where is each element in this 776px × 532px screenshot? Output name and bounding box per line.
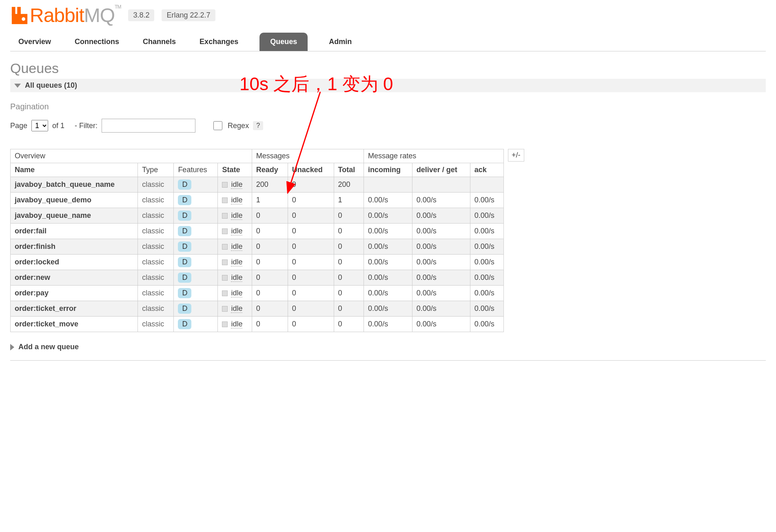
col-total[interactable]: Total bbox=[334, 163, 364, 177]
logo-tm: TM bbox=[115, 4, 121, 10]
queue-deliver: 0.00/s bbox=[412, 224, 470, 239]
tab-connections[interactable]: Connections bbox=[72, 33, 122, 51]
col-incoming[interactable]: incoming bbox=[364, 163, 412, 177]
page-label: Page bbox=[10, 122, 27, 130]
all-queues-toggle[interactable]: All queues (10) bbox=[10, 79, 766, 92]
col-ready[interactable]: Ready bbox=[252, 163, 288, 177]
tab-exchanges[interactable]: Exchanges bbox=[197, 33, 241, 51]
durable-badge: D bbox=[178, 211, 191, 221]
regex-checkbox[interactable] bbox=[213, 121, 222, 130]
logo[interactable]: RabbitMQTM bbox=[10, 4, 121, 27]
queue-deliver: 0.00/s bbox=[412, 286, 470, 301]
queue-features: D bbox=[174, 286, 218, 301]
queue-ready: 0 bbox=[252, 255, 288, 270]
queue-type: classic bbox=[138, 177, 174, 193]
col-state[interactable]: State bbox=[218, 163, 252, 177]
page-title: Queues bbox=[10, 60, 766, 76]
col-ack[interactable]: ack bbox=[470, 163, 503, 177]
queue-name-link[interactable]: order:locked bbox=[11, 255, 138, 270]
queue-incoming bbox=[364, 177, 412, 193]
tab-channels[interactable]: Channels bbox=[140, 33, 178, 51]
queue-deliver: 0.00/s bbox=[412, 317, 470, 332]
logo-text-mq: MQ bbox=[84, 4, 115, 26]
queue-name-link[interactable]: javaboy_queue_name bbox=[11, 208, 138, 224]
queue-state: idle bbox=[218, 270, 252, 286]
queue-incoming: 0.00/s bbox=[364, 193, 412, 208]
queue-unacked: 0 bbox=[288, 301, 334, 317]
queue-state: idle bbox=[218, 224, 252, 239]
durable-badge: D bbox=[178, 195, 191, 205]
col-features[interactable]: Features bbox=[174, 163, 218, 177]
rabbitmq-version: 3.8.2 bbox=[128, 9, 154, 21]
tab-admin[interactable]: Admin bbox=[326, 33, 354, 51]
queue-ready: 200 bbox=[252, 177, 288, 193]
tab-overview[interactable]: Overview bbox=[16, 33, 53, 51]
queue-total: 0 bbox=[334, 239, 364, 255]
queue-deliver: 0.00/s bbox=[412, 270, 470, 286]
table-row: order:newclassicDidle0000.00/s0.00/s0.00… bbox=[11, 270, 504, 286]
table-row: order:lockedclassicDidle0000.00/s0.00/s0… bbox=[11, 255, 504, 270]
filter-input[interactable] bbox=[102, 119, 195, 133]
table-row: order:ticket_errorclassicDidle0000.00/s0… bbox=[11, 301, 504, 317]
queue-ack bbox=[470, 177, 503, 193]
queue-ready: 0 bbox=[252, 224, 288, 239]
queue-features: D bbox=[174, 193, 218, 208]
queue-incoming: 0.00/s bbox=[364, 286, 412, 301]
queue-name-link[interactable]: order:ticket_error bbox=[11, 301, 138, 317]
main-tabs: Overview Connections Channels Exchanges … bbox=[10, 33, 766, 51]
table-row: order:finishclassicDidle0000.00/s0.00/s0… bbox=[11, 239, 504, 255]
queue-total: 0 bbox=[334, 286, 364, 301]
add-queue-label: Add a new queue bbox=[18, 343, 79, 351]
erlang-version: Erlang 22.2.7 bbox=[162, 9, 215, 21]
queue-name-link[interactable]: javaboy_queue_demo bbox=[11, 193, 138, 208]
queue-name-link[interactable]: order:finish bbox=[11, 239, 138, 255]
page-select[interactable]: 1 bbox=[31, 120, 48, 131]
queue-ack: 0.00/s bbox=[470, 208, 503, 224]
queue-features: D bbox=[174, 301, 218, 317]
regex-help[interactable]: ? bbox=[253, 121, 263, 130]
add-queue-toggle[interactable]: Add a new queue bbox=[10, 343, 766, 351]
queue-name-link[interactable]: order:pay bbox=[11, 286, 138, 301]
queue-deliver: 0.00/s bbox=[412, 301, 470, 317]
queue-total: 0 bbox=[334, 270, 364, 286]
durable-badge: D bbox=[178, 242, 191, 252]
table-row: javaboy_queue_nameclassicDidle0000.00/s0… bbox=[11, 208, 504, 224]
col-deliver[interactable]: deliver / get bbox=[412, 163, 470, 177]
queue-ack: 0.00/s bbox=[470, 286, 503, 301]
queue-name-link[interactable]: order:fail bbox=[11, 224, 138, 239]
col-name[interactable]: Name bbox=[11, 163, 138, 177]
pagination-heading: Pagination bbox=[10, 102, 766, 111]
col-unacked[interactable]: Unacked bbox=[288, 163, 334, 177]
queue-ready: 1 bbox=[252, 193, 288, 208]
queue-features: D bbox=[174, 208, 218, 224]
queue-state: idle bbox=[218, 239, 252, 255]
queue-unacked: 0 bbox=[288, 224, 334, 239]
queues-table: Overview Messages Message rates Name Typ… bbox=[10, 149, 504, 332]
svg-point-3 bbox=[22, 17, 25, 21]
group-messages: Messages bbox=[252, 149, 364, 163]
queue-name-link[interactable]: order:ticket_move bbox=[11, 317, 138, 332]
table-row: javaboy_batch_queue_nameclassicDidle2000… bbox=[11, 177, 504, 193]
all-queues-label: All queues (10) bbox=[25, 81, 77, 90]
group-overview: Overview bbox=[11, 149, 252, 163]
queue-unacked: 0 bbox=[288, 286, 334, 301]
queue-deliver bbox=[412, 177, 470, 193]
queue-deliver: 0.00/s bbox=[412, 239, 470, 255]
queue-total: 200 bbox=[334, 177, 364, 193]
col-type[interactable]: Type bbox=[138, 163, 174, 177]
durable-badge: D bbox=[178, 304, 191, 314]
queue-incoming: 0.00/s bbox=[364, 208, 412, 224]
header-row: RabbitMQTM 3.8.2 Erlang 22.2.7 bbox=[10, 4, 766, 27]
table-row: order:failclassicDidle0000.00/s0.00/s0.0… bbox=[11, 224, 504, 239]
table-row: order:payclassicDidle0000.00/s0.00/s0.00… bbox=[11, 286, 504, 301]
queue-state: idle bbox=[218, 255, 252, 270]
queue-name-link[interactable]: order:new bbox=[11, 270, 138, 286]
queue-name-link[interactable]: javaboy_batch_queue_name bbox=[11, 177, 138, 193]
queue-ready: 0 bbox=[252, 317, 288, 332]
queue-incoming: 0.00/s bbox=[364, 301, 412, 317]
toggle-columns-button[interactable]: +/- bbox=[508, 149, 524, 162]
state-indicator-icon bbox=[222, 306, 228, 312]
group-rates: Message rates bbox=[364, 149, 504, 163]
tab-queues[interactable]: Queues bbox=[259, 33, 308, 51]
queue-ack: 0.00/s bbox=[470, 270, 503, 286]
